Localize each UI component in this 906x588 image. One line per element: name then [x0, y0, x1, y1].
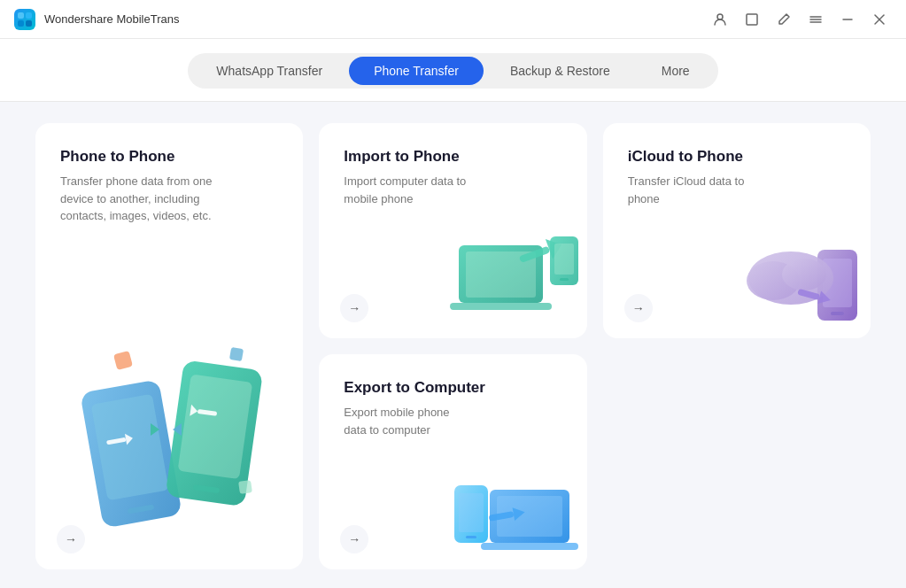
svg-rect-24 — [238, 480, 252, 494]
card-export-arrow[interactable]: → — [340, 525, 368, 553]
card-phone-to-phone-title: Phone to Phone — [60, 148, 278, 166]
svg-rect-0 — [18, 12, 24, 19]
svg-rect-23 — [229, 347, 244, 361]
app-icon — [14, 9, 35, 30]
minimize-button[interactable] — [835, 7, 860, 32]
edit-button[interactable] — [771, 7, 796, 32]
icloud-illustration — [729, 223, 871, 338]
card-icloud-arrow[interactable]: → — [624, 294, 653, 322]
svg-rect-1 — [26, 12, 32, 19]
svg-rect-2 — [18, 20, 24, 27]
export-illustration — [445, 454, 587, 569]
nav-container: WhatsApp Transfer Phone Transfer Backup … — [0, 39, 906, 102]
card-export-desc: Export mobile phone data to computer — [344, 404, 475, 438]
card-phone-to-phone-desc: Transfer phone data from one device to a… — [60, 173, 235, 225]
titlebar: Wondershare MobileTrans — [0, 0, 906, 39]
titlebar-left: Wondershare MobileTrans — [14, 9, 179, 30]
main-content: Phone to Phone Transfer phone data from … — [0, 102, 906, 588]
card-phone-to-phone[interactable]: Phone to Phone Transfer phone data from … — [35, 123, 303, 569]
tab-whatsapp[interactable]: WhatsApp Transfer — [191, 57, 347, 85]
card-phone-to-phone-arrow[interactable]: → — [57, 525, 85, 553]
svg-rect-34 — [560, 278, 569, 281]
window-controls — [708, 7, 892, 32]
card-import-to-phone[interactable]: Import to Phone Import computer data to … — [319, 123, 586, 338]
svg-rect-29 — [450, 303, 552, 310]
card-icloud-to-phone[interactable]: iCloud to Phone Transfer iCloud data to … — [603, 123, 871, 338]
svg-rect-37 — [831, 312, 844, 315]
svg-point-40 — [782, 259, 826, 290]
svg-rect-45 — [481, 543, 578, 550]
tab-backup[interactable]: Backup & Restore — [485, 57, 635, 85]
svg-rect-22 — [113, 351, 133, 370]
window-button[interactable] — [740, 7, 764, 32]
svg-point-4 — [717, 14, 723, 19]
profile-button[interactable] — [708, 7, 732, 32]
phone-to-phone-illustration — [62, 339, 294, 534]
svg-rect-48 — [466, 536, 476, 538]
menu-button[interactable] — [803, 7, 828, 32]
nav-tabs: WhatsApp Transfer Phone Transfer Backup … — [188, 53, 717, 89]
card-import-title: Import to Phone — [344, 148, 561, 166]
import-illustration — [445, 223, 587, 338]
svg-rect-3 — [26, 20, 32, 27]
cards-grid: Phone to Phone Transfer phone data from … — [35, 123, 871, 569]
tab-more[interactable]: More — [637, 57, 715, 85]
card-icloud-title: iCloud to Phone — [628, 148, 846, 166]
card-import-arrow[interactable]: → — [340, 294, 368, 322]
card-import-desc: Import computer data to mobile phone — [344, 173, 475, 207]
card-export-title: Export to Computer — [344, 379, 561, 397]
tab-phone[interactable]: Phone Transfer — [349, 57, 484, 85]
card-icloud-desc: Transfer iCloud data to phone — [628, 173, 759, 207]
svg-rect-47 — [459, 493, 484, 532]
app-name: Wondershare MobileTrans — [44, 12, 179, 26]
svg-rect-33 — [554, 244, 574, 275]
svg-rect-5 — [747, 14, 757, 25]
close-button[interactable] — [867, 7, 892, 32]
card-export-to-computer[interactable]: Export to Computer Export mobile phone d… — [319, 354, 586, 569]
